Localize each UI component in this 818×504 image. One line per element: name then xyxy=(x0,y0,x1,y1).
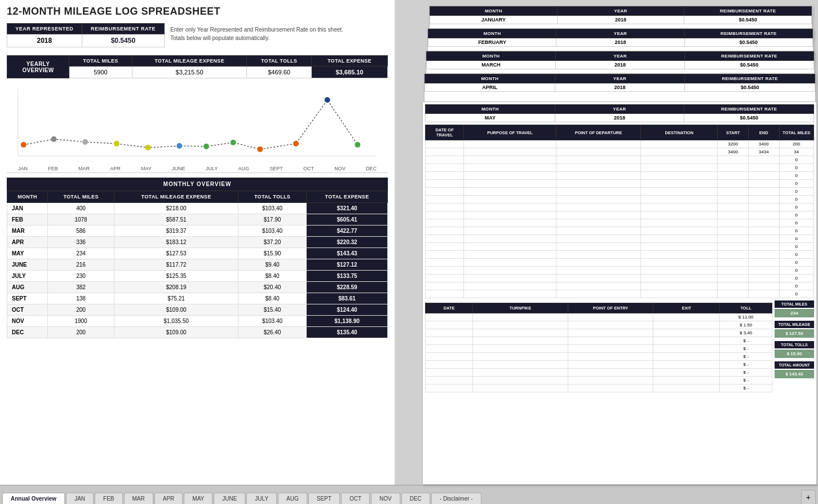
row-expense: $422.77 xyxy=(307,226,388,237)
rate-value[interactable]: $0.5450 xyxy=(82,34,164,47)
tab-july[interactable]: JULY xyxy=(246,493,277,504)
total-amount-label: TOTAL AMOUNT xyxy=(775,361,814,369)
tab-apr[interactable]: APR xyxy=(154,493,183,504)
col-departure: POINT OF DEPARTURE xyxy=(556,125,640,140)
travel-row: 0 xyxy=(426,290,814,298)
total-mileage-header: TOTAL MILEAGE EXPENSE xyxy=(132,56,246,67)
may-rate-value: $0.5450 xyxy=(684,114,814,122)
row-expense: $321.40 xyxy=(307,203,388,214)
chart-point-apr xyxy=(114,141,120,147)
page-title: 12-MONTH MILEAGE LOG SPREADSHEET xyxy=(7,6,388,17)
chart-label-dec: DEC xyxy=(366,166,377,171)
col-total-miles: TOTAL MILES xyxy=(48,191,114,203)
monthly-row: JAN 400 $218.00 $103.40 $321.40 xyxy=(7,203,388,214)
row-mileage: $183.12 xyxy=(114,237,238,248)
col-total-tolls: TOTAL TOLLS xyxy=(238,191,306,203)
row-month: SEPT xyxy=(7,293,48,304)
monthly-row: AUG 382 $208.19 $20.40 $228.59 xyxy=(7,282,388,293)
row-tolls: $8.40 xyxy=(238,271,306,282)
row-tolls: $15.90 xyxy=(238,248,306,259)
travel-row: 3400 3434 34 xyxy=(426,148,814,156)
row-expense: $228.59 xyxy=(307,282,388,293)
tab-mar[interactable]: MAR xyxy=(124,493,153,504)
row-expense: $605.41 xyxy=(307,214,388,226)
row-tolls: $37.20 xyxy=(238,237,306,248)
app-container: MONTH YEAR REIMBURSEMENT RATE JANUARY 20… xyxy=(0,0,818,504)
mar-year-header: YEAR xyxy=(556,52,685,61)
instruction-line1: Enter only Year Represented and Reimburs… xyxy=(170,25,343,34)
total-miles-header: TOTAL MILES xyxy=(69,56,132,67)
toll-row: $ - xyxy=(426,345,772,353)
chart-point-july xyxy=(204,144,209,149)
row-month: OCT xyxy=(7,304,48,316)
col-point-entry: POINT OF ENTRY xyxy=(568,303,653,313)
row-expense: $127.12 xyxy=(307,259,388,271)
tab-aug[interactable]: AUG xyxy=(278,493,307,504)
row-miles: 400 xyxy=(48,203,114,214)
yearly-total-mileage: $3,215.50 xyxy=(132,67,246,78)
monthly-row: OCT 200 $109.00 $15.40 $124.40 xyxy=(7,304,388,316)
travel-row: 0 xyxy=(426,180,814,188)
travel-row: 0 xyxy=(426,156,814,164)
row-mileage: $75.21 xyxy=(114,293,238,304)
mar-month-value: MARCH xyxy=(427,61,556,69)
jan-month-value: JANUARY xyxy=(430,16,558,24)
row-mileage: $587.51 xyxy=(114,214,238,226)
tab-oct[interactable]: OCT xyxy=(341,493,370,504)
row-mileage: $1,035.50 xyxy=(114,316,238,327)
row-miles: 200 xyxy=(48,327,114,338)
chart-label-feb: FEB xyxy=(48,166,58,171)
toll-row: $ - xyxy=(426,353,772,361)
tab-june[interactable]: JUNE xyxy=(214,493,245,504)
apr-rate-value: $0.5450 xyxy=(685,83,815,92)
tab-nov[interactable]: NOV xyxy=(371,493,400,504)
chart-label-aug: AUG xyxy=(238,166,249,171)
main-sheet: 12-MONTH MILEAGE LOG SPREADSHEET YEAR RE… xyxy=(0,0,395,485)
travel-row: 0 xyxy=(426,267,814,275)
row-tolls: $8.40 xyxy=(238,293,306,304)
tab-annual-overview[interactable]: Annual Overview xyxy=(2,493,65,504)
row-tolls: $17.90 xyxy=(238,214,306,226)
row-mileage: $125.35 xyxy=(114,271,238,282)
row-month: JAN xyxy=(7,203,48,214)
add-tab-button[interactable]: + xyxy=(801,490,816,504)
row-tolls: $103.40 xyxy=(238,226,306,237)
jan-year-header: YEAR xyxy=(557,7,684,16)
line-chart xyxy=(7,83,388,165)
tab-may[interactable]: MAY xyxy=(184,493,213,504)
tab-jan[interactable]: JAN xyxy=(66,493,94,504)
tab-sept[interactable]: SEPT xyxy=(308,493,340,504)
row-tolls: $103.40 xyxy=(238,203,306,214)
monthly-row: NOV 1900 $1,035.50 $103.40 $1,138.90 xyxy=(7,316,388,327)
tab---disclaimer--[interactable]: - Disclaimer - xyxy=(431,493,481,504)
may-year-header: YEAR xyxy=(555,105,684,114)
chart-point-may xyxy=(145,145,151,151)
toll-row: $ 11.00 xyxy=(426,313,772,321)
year-value[interactable]: 2018 xyxy=(7,34,82,47)
toll-row: $ 3.40 xyxy=(426,329,772,337)
tab-dec[interactable]: DEC xyxy=(401,493,430,504)
row-mileage: $319.37 xyxy=(114,226,238,237)
row-tolls: $20.40 xyxy=(238,282,306,293)
toll-row: $ - xyxy=(426,361,772,369)
total-tolls-value: $ 15.90 xyxy=(775,350,814,358)
monthly-row: FEB 1078 $587.51 $17.90 $605.41 xyxy=(7,214,388,226)
col-total-expense: TOTAL EXPENSE xyxy=(307,191,388,203)
monthly-row: JULY 230 $125.35 $8.40 $133.75 xyxy=(7,271,388,282)
row-month: JULY xyxy=(7,271,48,282)
total-tolls-header: TOTAL TOLLS xyxy=(247,56,312,67)
row-month: AUG xyxy=(7,282,48,293)
row-month: MAY xyxy=(7,248,48,259)
instruction-line2: Totals below will populate automatically… xyxy=(170,34,343,42)
travel-row: 0 xyxy=(426,211,814,219)
row-month: JUNE xyxy=(7,259,48,271)
tab-feb[interactable]: FEB xyxy=(95,493,122,504)
chart-label-sept: SEPT xyxy=(269,166,283,171)
monthly-row: SEPT 138 $75.21 $8.40 $83.61 xyxy=(7,293,388,304)
row-tolls: $103.40 xyxy=(238,316,306,327)
row-miles: 382 xyxy=(48,282,114,293)
toll-row: $ 1.50 xyxy=(426,321,772,329)
chart-point-jan xyxy=(21,142,26,148)
row-month: NOV xyxy=(7,316,48,327)
row-miles: 1900 xyxy=(48,316,114,327)
